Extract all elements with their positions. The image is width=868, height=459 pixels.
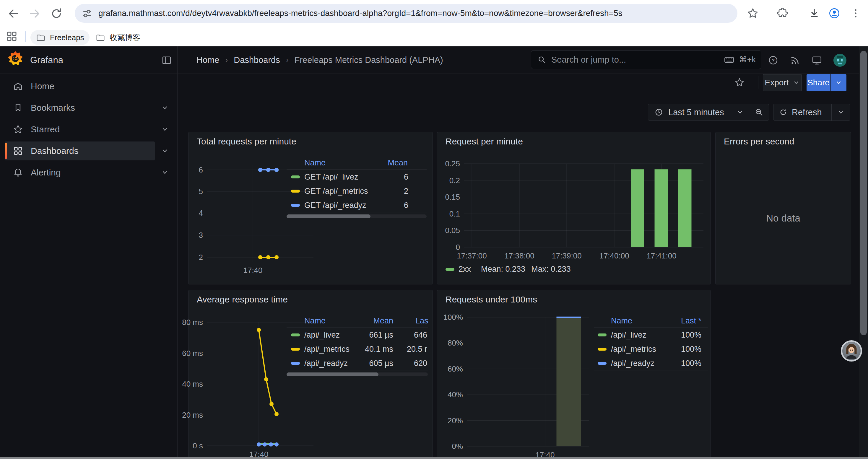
legend-row[interactable]: /api/_metrics100% bbox=[594, 342, 708, 356]
folder-icon bbox=[95, 32, 105, 42]
url-text[interactable]: grafana.mathmast.com/d/deytv4rwavabkb/fr… bbox=[98, 8, 622, 18]
share-menu-button[interactable] bbox=[831, 74, 846, 91]
legend-header[interactable]: Mean bbox=[286, 158, 408, 167]
sidebar-item-bookmarks[interactable]: Bookmarks bbox=[5, 98, 155, 117]
search-icon bbox=[537, 55, 547, 64]
panel-title: Total requests per minute bbox=[197, 136, 296, 146]
y-axis-tick: 80% bbox=[430, 338, 463, 347]
x-axis-tick: 17:40:00 bbox=[589, 251, 639, 260]
legend[interactable]: 2xx Mean: 0.233 Max: 0.233 bbox=[445, 265, 571, 274]
legend-series: 2xx bbox=[459, 265, 471, 274]
toolbar-divider bbox=[798, 8, 798, 18]
sidebar-item-label: Bookmarks bbox=[31, 103, 75, 113]
apps-grid-icon[interactable] bbox=[5, 30, 18, 43]
zoom-out-button[interactable] bbox=[749, 107, 769, 117]
bookmark-label: Freeleaps bbox=[50, 33, 84, 42]
y-axis-tick: 80 ms bbox=[170, 318, 203, 327]
help-icon[interactable]: ? bbox=[768, 55, 779, 66]
browser-toolbar: grafana.mathmast.com/d/deytv4rwavabkb/fr… bbox=[0, 0, 868, 27]
time-range-picker[interactable]: Last 5 minutes bbox=[648, 107, 749, 117]
x-axis-tick: 17:39:00 bbox=[541, 251, 592, 260]
panel-errors-per-second[interactable]: Errors per second No data bbox=[715, 132, 851, 285]
y-axis-tick: 0.1 bbox=[428, 209, 460, 218]
chevron-down-icon bbox=[161, 169, 169, 176]
bookmark-folder[interactable]: 收藏博客 bbox=[90, 30, 146, 45]
back-icon[interactable] bbox=[7, 7, 20, 20]
legend-value: 100% bbox=[594, 345, 701, 354]
export-button[interactable]: Export bbox=[763, 74, 802, 91]
legend-header[interactable]: Last * bbox=[594, 316, 701, 326]
legend-scrollbar-thumb[interactable] bbox=[286, 372, 378, 376]
assistant-avatar[interactable] bbox=[841, 340, 862, 362]
legend-row[interactable]: /api/_readyz100% bbox=[594, 356, 708, 370]
favorite-star-icon[interactable] bbox=[734, 77, 745, 88]
legend-scrollbar-thumb[interactable] bbox=[286, 215, 370, 218]
legend-row[interactable]: /api/_livez100% bbox=[594, 328, 708, 342]
y-axis-tick: 0.15 bbox=[428, 193, 460, 201]
panel-title: Requests under 100ms bbox=[445, 294, 537, 304]
refresh-label: Refresh bbox=[792, 107, 822, 117]
no-data-message: No data bbox=[716, 213, 851, 224]
breadcrumb-item[interactable]: Home bbox=[196, 55, 219, 65]
grafana-logo[interactable] bbox=[8, 52, 23, 66]
keyboard-icon bbox=[724, 54, 735, 65]
y-axis-tick: 0 s bbox=[170, 441, 203, 450]
sidebar-item-label: Home bbox=[31, 81, 54, 91]
action-divider bbox=[758, 76, 758, 89]
profile-icon[interactable] bbox=[829, 7, 840, 19]
news-rss-icon[interactable] bbox=[789, 55, 801, 66]
legend-row[interactable]: /api/_livez661 µs646 bbox=[286, 328, 428, 342]
zoom-out-icon bbox=[754, 107, 764, 117]
legend-row[interactable]: GET /api/_readyz6 bbox=[286, 198, 427, 212]
address-bar[interactable]: grafana.mathmast.com/d/deytv4rwavabkb/fr… bbox=[75, 4, 737, 23]
sidebar-item-alerting[interactable]: Alerting bbox=[5, 163, 155, 182]
time-range-group: Last 5 minutes bbox=[648, 104, 769, 121]
legend-value: 6 bbox=[286, 201, 408, 210]
sidebar-item-dashboards[interactable]: Dashboards bbox=[5, 141, 155, 160]
bookmark-star-icon[interactable] bbox=[746, 7, 759, 20]
legend-value: 100% bbox=[594, 330, 701, 340]
refresh-interval-button[interactable] bbox=[832, 109, 850, 116]
y-axis-tick: 100% bbox=[430, 313, 463, 322]
sidebar-toggle-icon[interactable] bbox=[161, 55, 172, 66]
user-avatar[interactable] bbox=[833, 54, 847, 67]
panel-request-per-minute[interactable]: Request per minute 2xx Mean: 0.233 Max: … bbox=[437, 132, 711, 285]
legend-max: Max: 0.233 bbox=[531, 265, 571, 274]
svg-text:?: ? bbox=[772, 57, 775, 63]
panel-requests-under-100ms[interactable]: Requests under 100ms 100%80%60%40%20%0%1… bbox=[437, 290, 711, 459]
legend-value: 646 bbox=[286, 330, 427, 340]
panel-average-response-time[interactable]: Average response time 80 ms60 ms40 ms20 … bbox=[188, 290, 433, 459]
breadcrumb-item[interactable]: Dashboards bbox=[234, 55, 280, 65]
download-icon[interactable] bbox=[808, 7, 820, 19]
legend-row[interactable]: GET /api/_livez6 bbox=[286, 170, 427, 184]
bookmark-folder[interactable]: Freeleaps bbox=[30, 30, 90, 45]
sidebar-item-label: Starred bbox=[31, 124, 60, 134]
forward-icon[interactable] bbox=[28, 7, 41, 20]
legend-scrollbar-track[interactable] bbox=[286, 215, 427, 218]
share-button[interactable]: Share bbox=[807, 74, 831, 91]
panel-title: Average response time bbox=[197, 294, 288, 304]
legend-row[interactable]: /api/_readyz605 µs620 bbox=[286, 356, 428, 370]
legend-row[interactable]: /api/_metrics40.1 ms20.5 r bbox=[286, 342, 428, 356]
panel-total-requests[interactable]: Total requests per minute 6543217:40Name… bbox=[188, 132, 433, 285]
legend-scrollbar-track[interactable] bbox=[286, 372, 428, 376]
reload-icon[interactable] bbox=[50, 7, 63, 20]
legend-header[interactable]: Las bbox=[415, 316, 428, 326]
search-shortcut: ⌘+k bbox=[739, 55, 756, 64]
legend-row[interactable]: GET /api/_metrics2 bbox=[286, 184, 427, 198]
monitor-icon[interactable] bbox=[811, 55, 823, 66]
refresh-button[interactable]: Refresh bbox=[773, 107, 831, 117]
legend-mean: Mean: 0.233 bbox=[481, 265, 525, 274]
grafana-wordmark: Grafana bbox=[30, 46, 63, 74]
page-scrollbar-thumb[interactable] bbox=[860, 51, 867, 335]
site-info-icon[interactable] bbox=[81, 7, 93, 19]
sidebar-item-starred[interactable]: Starred bbox=[5, 120, 155, 139]
browser-menu-icon[interactable] bbox=[850, 7, 862, 19]
chevron-down-icon bbox=[793, 79, 800, 86]
sidebar-item-home[interactable]: Home bbox=[5, 77, 155, 96]
y-axis-tick: 0.05 bbox=[428, 226, 460, 235]
extensions-icon[interactable] bbox=[776, 7, 788, 19]
legend-header[interactable]: Mean bbox=[286, 316, 393, 326]
search-input[interactable]: Search or jump to... ⌘+k bbox=[531, 50, 761, 69]
legend-value: 6 bbox=[286, 172, 408, 182]
